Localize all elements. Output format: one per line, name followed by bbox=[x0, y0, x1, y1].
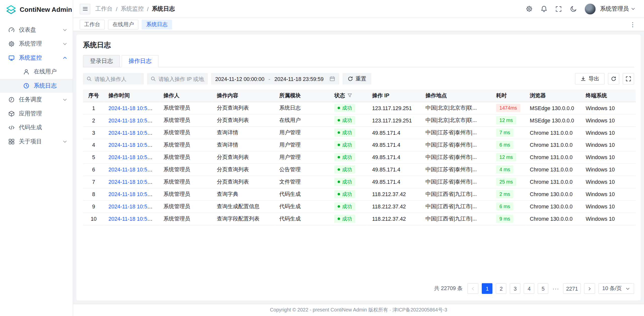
operation-time-link[interactable]: 2024-11-18 10:52:47 bbox=[108, 117, 158, 123]
fullscreen-table-button[interactable] bbox=[623, 73, 634, 85]
cell-duration: 9 ms bbox=[492, 213, 526, 225]
sidebar-item-system-log[interactable]: 系统日志 bbox=[0, 79, 73, 93]
duration-badge: 9 ms bbox=[496, 215, 513, 223]
workspace-tab-online-users[interactable]: 在线用户 bbox=[108, 20, 138, 29]
cell-operator: 系统管理员 bbox=[159, 151, 213, 163]
operation-time-link[interactable]: 2024-11-18 10:51:49 bbox=[108, 203, 158, 209]
sidebar-item-online-users[interactable]: 在线用户 bbox=[0, 65, 73, 79]
cell-duration: 12 ms bbox=[492, 151, 526, 163]
status-label: 成功 bbox=[342, 117, 352, 124]
operation-time-link[interactable]: 2024-11-18 10:51:55 bbox=[108, 154, 158, 160]
col-duration: 耗时 bbox=[492, 89, 526, 102]
cell-browser: Chrome 131.0.0.0 bbox=[526, 163, 582, 176]
breadcrumb-item[interactable]: 系统监控 bbox=[121, 5, 144, 12]
export-button[interactable]: 导出 bbox=[575, 73, 605, 85]
workspace-tab-home[interactable]: 工作台 bbox=[80, 20, 105, 29]
table-row: 8 2024-11-18 10:51:50 系统管理员 查询字典 代码生成 成功… bbox=[83, 188, 636, 200]
avatar[interactable] bbox=[584, 3, 596, 15]
sidebar-item-label: 代码生成 bbox=[19, 124, 42, 131]
sidebar-item-system-monitor[interactable]: 系统监控 bbox=[0, 51, 73, 65]
box-icon bbox=[8, 110, 15, 117]
ip-search-input[interactable] bbox=[158, 76, 205, 82]
operation-time-link[interactable]: 2024-11-18 10:51:53 bbox=[108, 166, 158, 172]
dark-mode-button[interactable] bbox=[567, 3, 580, 15]
refresh-table-button[interactable] bbox=[608, 73, 619, 85]
tabs-more-button[interactable]: ⋮ bbox=[628, 21, 637, 28]
sidebar-item-dashboard[interactable]: 仪表盘 bbox=[0, 23, 73, 37]
sidebar: ContiNew Admin 仪表盘 系统管理 系统监控 在线用户 bbox=[0, 0, 73, 316]
page-size-value: 10 条/页 bbox=[602, 285, 622, 292]
operation-time-link[interactable]: 2024-11-18 10:52:12 bbox=[108, 129, 158, 136]
sidebar-item-task-schedule[interactable]: 任务调度 bbox=[0, 93, 73, 107]
tab-label: 系统日志 bbox=[146, 21, 168, 28]
cell-module: 系统日志 bbox=[275, 102, 330, 114]
operator-search-field bbox=[83, 73, 144, 85]
cell-location: 中国|江西省|九江市|... bbox=[421, 188, 492, 200]
cell-os: Windows 10 bbox=[582, 200, 636, 213]
sidebar-collapse-button[interactable] bbox=[80, 4, 90, 14]
grid-icon bbox=[8, 138, 15, 145]
pagination-page-2[interactable]: 2 bbox=[496, 283, 506, 294]
col-status-label: 状态 bbox=[334, 92, 345, 99]
sidebar-item-app-management[interactable]: 应用管理 bbox=[0, 107, 73, 121]
operation-time-link[interactable]: 2024-11-18 10:52:05 bbox=[108, 142, 158, 148]
pagination-ellipsis[interactable]: ··· bbox=[552, 286, 560, 292]
reset-button[interactable]: 重置 bbox=[342, 73, 371, 85]
cell-os: Windows 10 bbox=[582, 163, 636, 176]
breadcrumb-item[interactable]: 工作台 bbox=[95, 5, 113, 12]
duration-badge: 7 ms bbox=[496, 128, 513, 137]
main-area: 工作台 / 系统监控 / 系统日志 bbox=[73, 0, 644, 316]
fullscreen-button[interactable] bbox=[552, 3, 565, 15]
cell-status: 成功 bbox=[330, 188, 368, 200]
cell-operation-time: 2024-11-18 10:52:05 bbox=[104, 139, 159, 151]
cell-location: 中国|北京|北京市|联... bbox=[421, 114, 492, 126]
pagination-last-page[interactable]: 2271 bbox=[563, 283, 581, 294]
continew-logo-icon bbox=[6, 5, 16, 15]
chevron-down-icon bbox=[62, 97, 68, 103]
cell-index: 1 bbox=[83, 102, 104, 114]
cell-browser: Chrome 131.0.0.0 bbox=[526, 139, 582, 151]
notifications-button[interactable] bbox=[538, 3, 550, 15]
history-icon bbox=[23, 82, 29, 89]
operator-search-input[interactable] bbox=[95, 76, 141, 82]
tab-login-log[interactable]: 登录日志 bbox=[83, 55, 120, 67]
operation-time-link[interactable]: 2024-11-18 10:51:50 bbox=[108, 191, 158, 197]
pagination-page-4[interactable]: 4 bbox=[524, 283, 534, 294]
operation-time-link[interactable]: 2024-11-18 10:51:49 bbox=[108, 216, 158, 222]
cell-operator: 系统管理员 bbox=[159, 200, 213, 213]
moon-icon bbox=[570, 5, 577, 12]
cell-operator: 系统管理员 bbox=[159, 163, 213, 176]
pagination-page-5[interactable]: 5 bbox=[538, 283, 548, 294]
date-start-value: 2024-11-12 00:00:00 bbox=[215, 76, 265, 82]
date-end-value: 2024-11-18 23:59:59 bbox=[274, 76, 324, 82]
cell-index: 3 bbox=[83, 126, 104, 139]
cell-duration: 6 ms bbox=[492, 200, 526, 213]
pagination-next-button[interactable] bbox=[584, 283, 595, 294]
cell-module: 文件管理 bbox=[275, 176, 330, 188]
sidebar-item-label: 应用管理 bbox=[19, 110, 42, 117]
pagination-page-3[interactable]: 3 bbox=[510, 283, 520, 294]
status-label: 成功 bbox=[342, 154, 352, 161]
cell-module: 用户管理 bbox=[275, 139, 330, 151]
cell-os: Windows 10 bbox=[582, 139, 636, 151]
pagination-prev-button[interactable] bbox=[468, 283, 479, 294]
filter-icon[interactable] bbox=[347, 93, 352, 98]
status-badge: 成功 bbox=[334, 165, 355, 174]
date-range-picker[interactable]: 2024-11-12 00:00:00 - 2024-11-18 23:59:5… bbox=[211, 73, 339, 85]
sidebar-item-code-generation[interactable]: 代码生成 bbox=[0, 121, 73, 135]
app-logo[interactable]: ContiNew Admin bbox=[0, 0, 73, 20]
cell-operation-time: 2024-11-18 10:51:49 bbox=[104, 200, 159, 213]
cell-os: Windows 10 bbox=[582, 126, 636, 139]
operation-time-link[interactable]: 2024-11-18 10:51:52 bbox=[108, 179, 158, 185]
status-label: 成功 bbox=[342, 191, 352, 198]
tab-operation-log[interactable]: 操作日志 bbox=[122, 55, 158, 67]
pagination-page-1[interactable]: 1 bbox=[482, 283, 493, 294]
sidebar-item-system-management[interactable]: 系统管理 bbox=[0, 37, 73, 51]
user-menu[interactable]: 系统管理员 bbox=[598, 5, 637, 12]
operation-time-link[interactable]: 2024-11-18 10:52:55 bbox=[108, 105, 158, 111]
page-size-select[interactable]: 10 条/页 bbox=[598, 283, 634, 294]
sidebar-item-about-project[interactable]: 关于项目 bbox=[0, 135, 73, 149]
settings-button[interactable] bbox=[523, 3, 535, 15]
workspace-tab-system-log[interactable]: 系统日志 bbox=[142, 20, 172, 29]
cell-location: 中国|江苏省|泰州市|... bbox=[421, 176, 492, 188]
